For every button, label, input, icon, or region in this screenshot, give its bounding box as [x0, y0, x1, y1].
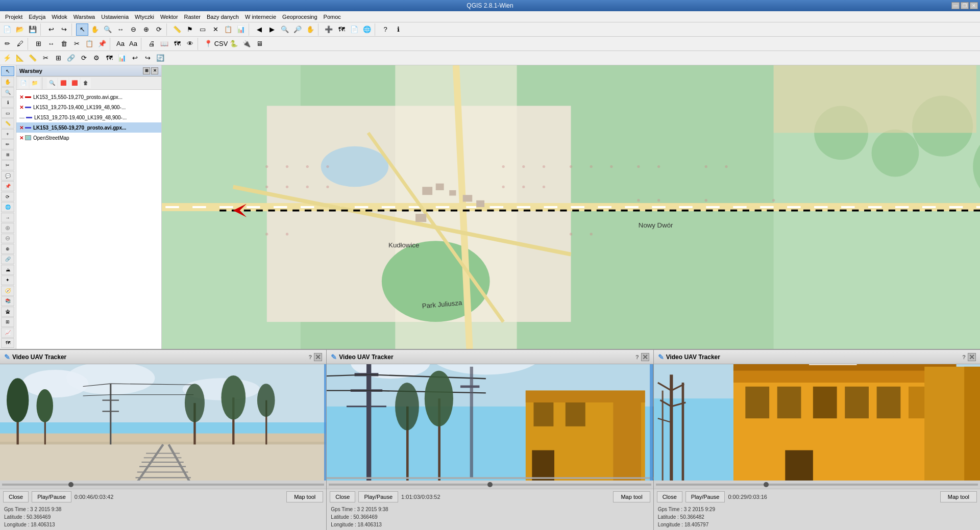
close-button-3[interactable]: Close: [657, 491, 682, 502]
python-button[interactable]: 🐍: [228, 38, 240, 50]
atlas-button[interactable]: 📖: [158, 38, 170, 50]
zoom-extent-button[interactable]: ⊕: [140, 23, 152, 36]
t3-btn13[interactable]: 🔄: [154, 52, 166, 64]
add-layer-button[interactable]: 📄: [18, 78, 29, 88]
filter-layers-button[interactable]: 🔍: [47, 78, 57, 88]
zoom-layer-button[interactable]: 🔍: [279, 23, 291, 36]
layer-item-5[interactable]: ✕ OpenStreetMap: [16, 133, 161, 143]
layer-item-3[interactable]: — LK153_19,270-19,400_LK199_48,900-...: [16, 112, 161, 122]
pan-button[interactable]: ✋: [89, 23, 101, 36]
t3-btn1[interactable]: ⚡: [1, 52, 13, 64]
close-x-1[interactable]: ✕: [314, 353, 322, 361]
help-button-2[interactable]: ?: [635, 354, 639, 360]
move-feature-button[interactable]: ↔: [45, 38, 57, 50]
pan-selection-button[interactable]: ✋: [304, 23, 316, 36]
add-point[interactable]: +: [1, 129, 14, 139]
t3-btn3[interactable]: 📏: [27, 52, 39, 64]
t3-btn2[interactable]: 📐: [14, 52, 26, 64]
layer-item-1[interactable]: ✕ LK153_15,550-19,270_prosto.avi.gpx...: [16, 92, 161, 102]
video-slider-3[interactable]: [656, 484, 978, 486]
delete-feature-button[interactable]: 🗑: [58, 38, 70, 50]
menu-bazy-danych[interactable]: Bazy danych: [204, 13, 242, 21]
menu-w-internecie[interactable]: W internecie: [242, 13, 279, 21]
statistics-button[interactable]: 📊: [235, 23, 247, 36]
csv-export-button[interactable]: CSV: [215, 38, 227, 50]
menu-wtyczki[interactable]: Wtyczki: [132, 13, 157, 21]
pan-map-button[interactable]: ↔: [114, 23, 127, 36]
grid-tool[interactable]: ⊞: [1, 317, 14, 327]
restore-button[interactable]: ❐: [961, 2, 969, 9]
compass-tool[interactable]: 🧭: [1, 286, 14, 295]
layer-tool[interactable]: 📚: [1, 296, 14, 306]
globe-tool[interactable]: 🌐: [1, 202, 14, 212]
add-wms-button[interactable]: 🌐: [361, 23, 373, 36]
red-icon2[interactable]: 🟥: [69, 78, 80, 88]
play-pause-button-2[interactable]: Play/Pause: [358, 491, 398, 502]
close-window-button[interactable]: ✕: [970, 2, 978, 9]
t3-btn9[interactable]: 🗺: [103, 52, 115, 64]
menu-warstwa[interactable]: Warstwa: [70, 13, 98, 21]
menu-projekt[interactable]: Projekt: [2, 13, 26, 21]
measure-button[interactable]: 📏: [171, 23, 183, 36]
edit-button[interactable]: ✏: [1, 38, 13, 50]
refresh-button[interactable]: ⟳: [153, 23, 165, 36]
t3-btn12[interactable]: ↪: [141, 52, 154, 64]
t3-btn11[interactable]: ↩: [129, 52, 141, 64]
close-button-1[interactable]: Close: [3, 491, 29, 502]
map-tool-left[interactable]: 🗺: [1, 338, 14, 348]
t3-btn5[interactable]: ⊞: [52, 52, 64, 64]
node-tool[interactable]: ⊞: [1, 150, 14, 160]
close-button-2[interactable]: Close: [330, 491, 355, 502]
screen-button[interactable]: 🖥: [253, 38, 265, 50]
label2-button[interactable]: Aa: [127, 38, 139, 50]
geocoding-button[interactable]: 📍: [202, 38, 214, 50]
zoom-next-button[interactable]: ▶: [266, 23, 278, 36]
add-group-button[interactable]: 📁: [30, 78, 40, 88]
terrain-tool[interactable]: ⛰: [1, 265, 14, 274]
undo-button[interactable]: ↩: [45, 23, 57, 36]
about-button[interactable]: ℹ: [392, 23, 404, 36]
save-project-button[interactable]: 💾: [27, 23, 39, 36]
help-button-3[interactable]: ?: [962, 354, 966, 360]
minimize-button[interactable]: —: [951, 2, 960, 9]
road-tool[interactable]: 🛣: [1, 307, 14, 316]
arrow-tool[interactable]: →: [1, 213, 14, 222]
zoom-tool[interactable]: 🔍: [1, 87, 14, 97]
map-tool-button-3[interactable]: Map tool: [940, 491, 977, 502]
pan-tool[interactable]: ↖: [1, 66, 14, 76]
help-button[interactable]: ?: [379, 23, 391, 36]
video-slider-1[interactable]: [2, 484, 324, 486]
plugin-button[interactable]: 🔌: [240, 38, 253, 50]
menu-edycja[interactable]: Edycja: [26, 13, 48, 21]
identify-button[interactable]: ↖: [76, 23, 88, 36]
menu-widok[interactable]: Widok: [48, 13, 70, 21]
map-tool-button-1[interactable]: Map tool: [286, 491, 323, 502]
close-x-2[interactable]: ✕: [641, 353, 649, 361]
add-raster-button[interactable]: 🗺: [335, 23, 348, 36]
map-area[interactable]: Nowy Dwór Park Juliusza Kudłowice: [162, 65, 980, 349]
rotate-tool[interactable]: ⟳: [1, 192, 14, 201]
paste-feature-button[interactable]: 📌: [96, 38, 108, 50]
node-tool-button[interactable]: ⊞: [32, 38, 44, 50]
select-button[interactable]: ▭: [197, 23, 209, 36]
remove-layer-button[interactable]: 🗑: [81, 78, 91, 88]
deselect-button[interactable]: ✕: [209, 23, 222, 36]
menu-pomoc[interactable]: Pomoc: [321, 13, 344, 21]
digitize-button[interactable]: 🖊: [14, 38, 26, 50]
menu-wektor[interactable]: Wektor: [157, 13, 181, 21]
play-pause-button-3[interactable]: Play/Pause: [685, 491, 725, 502]
layers-settings-button[interactable]: ⊞: [143, 67, 150, 74]
map-tool-button-2[interactable]: Map tool: [613, 491, 650, 502]
label-button[interactable]: Aa: [114, 38, 127, 50]
menu-ustawienia[interactable]: Ustawienia: [98, 13, 132, 21]
open-table-button[interactable]: 📋: [222, 23, 234, 36]
identify-tool[interactable]: ℹ: [1, 97, 14, 107]
edit-tool[interactable]: ✏: [1, 139, 14, 149]
add-vector-button[interactable]: ➕: [323, 23, 335, 36]
zoom-prev-button[interactable]: ◀: [253, 23, 265, 36]
link-tool[interactable]: 🔗: [1, 255, 14, 264]
minus-tool[interactable]: ⊖: [1, 234, 14, 243]
menu-raster[interactable]: Raster: [181, 13, 204, 21]
redo-button[interactable]: ↪: [58, 23, 70, 36]
crosshair-tool[interactable]: ⊕: [1, 244, 14, 254]
